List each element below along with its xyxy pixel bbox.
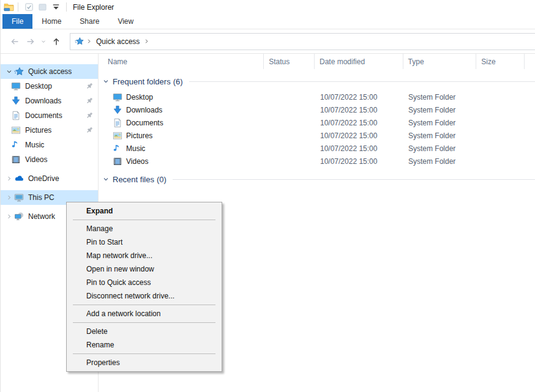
file-name: Pictures — [126, 131, 152, 140]
sidebar-item-icon — [11, 140, 21, 150]
frequent-folders-list: Desktop 10/07/2022 15:00 System Folder — [99, 91, 535, 168]
up-button[interactable] — [48, 34, 64, 50]
context-menu-item[interactable]: Map network drive... — [67, 249, 222, 262]
expand-chevron-icon[interactable] — [6, 213, 14, 220]
column-header[interactable]: Size — [476, 54, 524, 69]
recent-locations-button[interactable] — [39, 34, 48, 50]
ribbon-tab[interactable]: View — [108, 14, 143, 29]
column-header[interactable]: Status — [263, 54, 314, 69]
context-menu-item[interactable]: Pin to Quick access — [67, 276, 222, 289]
pin-icon — [86, 97, 93, 105]
cell-date-modified: 10/07/2022 15:00 — [315, 142, 403, 155]
group-header-recent-files: Recent files (0) — [99, 174, 535, 184]
address-bar[interactable]: Quick access — [70, 33, 535, 50]
sidebar-item[interactable]: Desktop — [1, 79, 98, 94]
cell-type: System Folder — [403, 142, 477, 155]
expand-chevron-icon[interactable] — [6, 194, 14, 201]
sidebar-item-icon — [11, 111, 21, 120]
folder-item-icon — [113, 157, 122, 166]
column-header[interactable]: Type — [403, 54, 476, 69]
chevron-down-icon[interactable] — [102, 176, 110, 183]
context-menu-item[interactable]: Disconnect network drive... — [67, 289, 222, 303]
file-name: Music — [126, 144, 145, 153]
back-button[interactable] — [7, 34, 23, 50]
column-header-label: Type — [408, 57, 424, 66]
context-menu-item[interactable]: Open in new window — [67, 262, 222, 276]
folder-item-icon — [113, 131, 122, 141]
ribbon-tab-label: File — [12, 17, 23, 26]
sidebar-item[interactable]: Music — [1, 138, 98, 152]
context-menu: Expand Manage Pin to Start Map network d… — [66, 202, 222, 372]
cell-name: Music — [99, 142, 264, 155]
sidebar-item-icon — [14, 174, 24, 183]
sidebar-item-label: Pictures — [25, 126, 51, 135]
file-row[interactable]: Videos 10/07/2022 15:00 System Folder — [99, 155, 535, 168]
file-row[interactable]: Documents 10/07/2022 15:00 System Folder — [99, 116, 535, 129]
breadcrumb-location[interactable]: Quick access — [96, 37, 140, 46]
qat-button[interactable] — [36, 1, 49, 13]
folder-item-icon — [113, 92, 122, 102]
sidebar-item-icon — [14, 67, 24, 76]
sidebar-item[interactable]: OneDrive — [1, 171, 98, 186]
sidebar-item[interactable]: Pictures — [1, 123, 98, 138]
chevron-down-icon[interactable] — [102, 78, 110, 85]
file-row[interactable]: Desktop 10/07/2022 15:00 System Folder — [99, 91, 535, 103]
cell-type: System Folder — [403, 91, 477, 103]
cell-name: Desktop — [99, 91, 264, 103]
group-rule — [189, 81, 535, 82]
context-menu-separator — [73, 305, 215, 305]
ribbon-tab[interactable]: Home — [32, 14, 70, 29]
context-menu-item[interactable]: Delete — [67, 325, 222, 338]
context-menu-item[interactable]: Properties — [67, 356, 222, 369]
folder-item-icon — [113, 105, 122, 115]
sidebar-item[interactable]: Documents — [1, 108, 98, 123]
cell-date-modified: 10/07/2022 15:00 — [315, 116, 403, 129]
sidebar-item-icon — [11, 96, 21, 106]
group-label: Recent files — [113, 175, 154, 184]
expand-chevron-icon[interactable] — [6, 68, 14, 75]
sidebar-item[interactable]: Downloads — [1, 94, 98, 108]
window-title: File Explorer — [73, 3, 114, 12]
breadcrumb-chevron-icon[interactable] — [86, 38, 92, 45]
file-row[interactable]: Music 10/07/2022 15:00 System Folder — [99, 142, 535, 155]
ribbon-tab-label: View — [118, 17, 133, 26]
context-menu-item[interactable]: Rename — [67, 338, 222, 352]
context-menu-item-label: Disconnect network drive... — [86, 292, 174, 300]
ribbon-tab[interactable]: Share — [70, 14, 108, 29]
breadcrumb-chevron-icon[interactable] — [143, 38, 150, 45]
context-menu-item[interactable]: Expand — [67, 204, 222, 218]
file-name: Documents — [126, 119, 163, 127]
cell-status — [264, 155, 315, 168]
context-menu-item-label: Open in new window — [86, 265, 154, 273]
quick-access-star-icon — [75, 37, 84, 46]
qat-button[interactable] — [49, 1, 62, 13]
cell-name: Documents — [99, 116, 264, 129]
forward-button[interactable] — [23, 34, 39, 50]
context-menu-item-label: Add a network location — [86, 309, 160, 318]
chevron-down-icon — [40, 39, 47, 45]
pin-icon — [86, 127, 93, 134]
ribbon-tab-label: Share — [80, 17, 99, 26]
cell-date-modified: 10/07/2022 15:00 — [315, 155, 403, 168]
context-menu-item[interactable]: Add a network location — [67, 307, 222, 320]
ribbon-tabs: File Home Share View — [1, 14, 535, 29]
sidebar-item[interactable]: Quick access — [1, 64, 98, 79]
file-explorer-window: File Explorer File Home Share View — [0, 0, 535, 392]
ribbon-tab-label: Home — [42, 17, 61, 26]
column-header[interactable]: Name — [99, 54, 263, 69]
file-explorer-icon[interactable] — [4, 2, 14, 12]
column-header[interactable]: Date modified — [314, 54, 403, 69]
group-label: Frequent folders — [113, 77, 171, 86]
column-header-spacer — [524, 54, 535, 69]
folder-item-icon — [113, 144, 122, 153]
file-row[interactable]: Pictures 10/07/2022 15:00 System Folder — [99, 129, 535, 142]
context-menu-item-label: Expand — [86, 207, 113, 215]
context-menu-item-label: Rename — [86, 341, 114, 349]
sidebar-item[interactable]: Videos — [1, 152, 98, 167]
qat-button[interactable] — [22, 1, 36, 13]
context-menu-item[interactable]: Manage — [67, 222, 222, 235]
file-row[interactable]: Downloads 10/07/2022 15:00 System Folder — [99, 103, 535, 116]
expand-chevron-icon[interactable] — [6, 175, 14, 182]
context-menu-item[interactable]: Pin to Start — [67, 235, 222, 249]
ribbon-tab[interactable]: File — [2, 14, 32, 29]
